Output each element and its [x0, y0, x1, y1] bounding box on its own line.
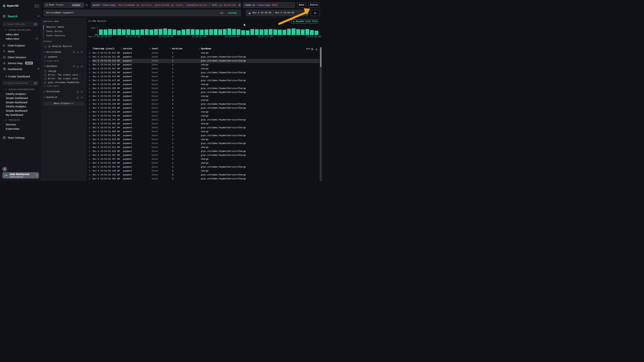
- svg-text:10:44:30 AM: 10:44:30 AM: [159, 35, 174, 38]
- svg-text:10:51:15 AM: 10:51:15 AM: [258, 35, 273, 38]
- svg-text:10:46:45 AM: 10:46:45 AM: [192, 35, 206, 38]
- svg-text:Nov 6 10:39:45 AM: Nov 6 10:39:45 AM: [88, 35, 112, 38]
- svg-text:300: 300: [91, 27, 95, 29]
- svg-text:10:42:15 AM: 10:42:15 AM: [126, 35, 140, 38]
- svg-text:10:54:45 AM: 10:54:45 AM: [306, 35, 321, 38]
- svg-text:10:49:00 AM: 10:49:00 AM: [225, 35, 240, 38]
